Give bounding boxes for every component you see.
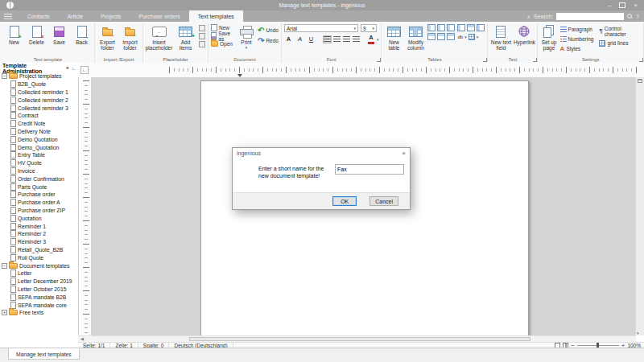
- table-grid-dropdown-icon[interactable]: ▾: [477, 35, 479, 39]
- bottom-tab-manage-text-templates[interactable]: Manage text templates: [8, 348, 80, 360]
- tree-item-entry-table[interactable]: Entry Table: [0, 151, 78, 159]
- settings-dialog-launcher-icon[interactable]: [639, 58, 643, 62]
- open-button[interactable]: Open: [211, 40, 235, 47]
- tree-item-parts-quote[interactable]: Parts Quote: [0, 183, 78, 191]
- tree-item-order-confirmation[interactable]: Order Confirmation: [0, 175, 78, 183]
- tree-item-purchase-order[interactable]: Purchase order: [0, 191, 78, 199]
- hyperlink-button[interactable]: Hyperlink: [514, 24, 535, 45]
- new-table-button[interactable]: New table: [384, 24, 403, 51]
- menu-icon[interactable]: [4, 14, 12, 19]
- edit-placeholder-icon[interactable]: [199, 25, 205, 31]
- delete-template-button[interactable]: × Delete: [27, 24, 47, 45]
- print-button[interactable]: Print ▾: [237, 24, 255, 50]
- tree-item-letter-december-2019[interactable]: Letter December 2019: [0, 278, 78, 286]
- align-left-button[interactable]: [324, 36, 331, 43]
- tree-item-contract[interactable]: Contract: [0, 112, 78, 120]
- bold-button[interactable]: A: [284, 35, 293, 43]
- align-center-button[interactable]: [333, 36, 341, 43]
- copy-placeholder-icon[interactable]: [199, 33, 205, 39]
- tab-contacts[interactable]: Contacts: [19, 10, 59, 22]
- modify-column-button[interactable]: Modify column: [406, 24, 425, 51]
- new-text-field-button[interactable]: New text field: [490, 24, 511, 51]
- italic-button[interactable]: A: [295, 35, 304, 43]
- tab-purchase-orders[interactable]: Purchase orders: [130, 10, 188, 22]
- merge-cells-icon[interactable]: [457, 24, 465, 31]
- font-size-select[interactable]: 9▾: [361, 24, 377, 32]
- tree-folder-project-templates[interactable]: −Project templates: [0, 72, 78, 80]
- setup-page-button[interactable]: Set up page: [540, 24, 557, 51]
- tree-item-retail-quote-b2b[interactable]: Retail_Quote_B2B: [0, 246, 78, 254]
- styles-button[interactable]: A Styles: [560, 45, 594, 52]
- scroll-left-icon[interactable]: ◀: [80, 336, 84, 342]
- table-grid-icon[interactable]: [469, 34, 475, 40]
- insert-column-right-icon[interactable]: [437, 24, 445, 31]
- close-button[interactable]: ×: [634, 2, 638, 9]
- tab-projects[interactable]: Projects: [92, 10, 130, 22]
- tree-item-collected-reminder-2[interactable]: Collected reminder 2: [0, 96, 78, 104]
- tree-item-purchase-order-zip[interactable]: Purchase order ZIP: [0, 207, 78, 215]
- paragraph-button[interactable]: Paragraph: [560, 26, 594, 33]
- tree-item-letter-october-2015[interactable]: Letter October 2015: [0, 286, 78, 294]
- tree-item-quotation[interactable]: Quotation: [0, 214, 78, 222]
- undo-button[interactable]: ↶ Undo: [258, 27, 279, 34]
- cancel-button[interactable]: Cancel: [369, 196, 398, 206]
- tree-folder-free-texts[interactable]: +Free texts: [0, 309, 78, 317]
- delete-row-icon[interactable]: [447, 33, 455, 40]
- horizontal-scrollbar-thumb[interactable]: [189, 337, 530, 341]
- insert-row-below-icon[interactable]: [437, 33, 445, 40]
- font-color-dropdown-icon[interactable]: ▾: [377, 37, 379, 42]
- tab-article[interactable]: Article: [59, 10, 92, 22]
- dialog-close-icon[interactable]: ×: [402, 150, 406, 157]
- tree-item-sepa-mandate-b2b[interactable]: SEPA mandate B2B: [0, 293, 78, 301]
- cell-format-icon[interactable]: [477, 24, 485, 31]
- redo-button[interactable]: ↷ Redo: [258, 37, 279, 44]
- align-justify-button[interactable]: [353, 36, 360, 43]
- tab-selector-icon[interactable]: ∟: [80, 66, 89, 74]
- insert-placeholder-button[interactable]: ... Insert placeholder: [146, 24, 172, 51]
- font-color-button[interactable]: A: [368, 35, 374, 44]
- search-icon[interactable]: [627, 14, 633, 19]
- insert-column-left-icon[interactable]: [427, 24, 436, 31]
- tree-item-delivery-note[interactable]: Delivery Note: [0, 128, 78, 136]
- tree-item-letter[interactable]: Letter: [0, 269, 78, 278]
- collapse-box-icon[interactable]: −: [2, 73, 7, 79]
- collapse-panel-icon[interactable]: «: [66, 65, 69, 71]
- minimize-button[interactable]: –: [608, 2, 611, 9]
- help-icon[interactable]: ?: [636, 14, 639, 19]
- tree-item-demo-quotation[interactable]: Demo_Quotation: [0, 143, 78, 151]
- tree-item-reminder-2[interactable]: Reminder 2: [0, 230, 78, 238]
- tree-item-collected-reminder-1[interactable]: Collected reminder 1: [0, 88, 78, 97]
- search-input[interactable]: [556, 13, 624, 20]
- delete-column-icon[interactable]: [447, 24, 455, 31]
- collapse-ribbon-icon[interactable]: ∧: [527, 14, 530, 19]
- numbering-button[interactable]: Numbering: [560, 35, 594, 43]
- export-folder-button[interactable]: → Export folder: [97, 24, 118, 51]
- grid-lines-button[interactable]: grid lines: [599, 39, 641, 47]
- template-name-input[interactable]: [335, 164, 404, 175]
- back-button[interactable]: → Back: [72, 24, 92, 45]
- font-name-select[interactable]: Arial▾: [284, 24, 358, 32]
- tables-dialog-launcher-icon[interactable]: [483, 58, 487, 62]
- ok-button[interactable]: OK: [332, 196, 357, 206]
- import-folder-button[interactable]: ← Import folder: [120, 24, 140, 51]
- scroll-down-icon[interactable]: ▾: [637, 331, 639, 335]
- tree-item-collected-reminder-3[interactable]: Collected reminder 3: [0, 104, 78, 112]
- tree-item-purchase-order-a[interactable]: Purchase order A: [0, 199, 78, 207]
- font-dialog-launcher-icon[interactable]: [377, 58, 381, 62]
- pin-icon[interactable]: ∟: [72, 65, 76, 71]
- tree-item-b2b-quote[interactable]: B2B_Quote: [0, 80, 78, 88]
- split-cells-icon[interactable]: [467, 24, 475, 31]
- add-items-button[interactable]: + Add items: [175, 24, 196, 51]
- split-view-icon[interactable]: [638, 79, 642, 83]
- tree-item-credit-note[interactable]: Credit Note: [0, 120, 78, 128]
- save-template-button[interactable]: Save: [49, 24, 69, 45]
- tree-item-hv-quote[interactable]: HV Quote: [0, 159, 78, 167]
- underline-button[interactable]: U: [307, 35, 316, 43]
- tree-item-invoice[interactable]: Invoice: [0, 167, 78, 175]
- insert-row-above-icon[interactable]: [427, 33, 436, 40]
- tab-text-templates[interactable]: Text templates: [189, 10, 243, 22]
- tree-item-reminder-1[interactable]: Reminder 1: [0, 222, 78, 230]
- maximize-button[interactable]: [619, 2, 625, 8]
- db-dropdown[interactable]: db: [457, 35, 463, 39]
- text-dialog-launcher-icon[interactable]: [533, 58, 537, 62]
